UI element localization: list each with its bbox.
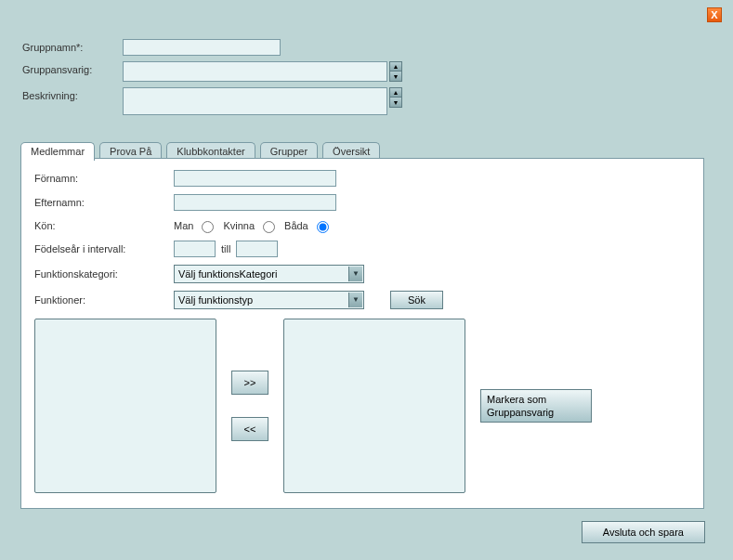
funktioner-label: Funktioner:	[34, 294, 174, 306]
move-left-button[interactable]: <<	[231, 417, 268, 441]
header-form: Gruppnamn*: Gruppansvarig: ▲ ▼ Beskrivni…	[22, 39, 402, 121]
kon-kvinna-label: Kvinna	[223, 220, 255, 231]
tabstrip: Medlemmar Prova På Klubbkontakter Gruppe…	[20, 141, 380, 160]
kon-bada-radio[interactable]	[317, 221, 329, 233]
markera-gruppansvarig-button[interactable]: Markera som Gruppansvarig	[480, 389, 592, 423]
fodelsear-label: Födelseår i intervall:	[34, 243, 174, 254]
beskrivning-down-icon[interactable]: ▼	[389, 98, 402, 108]
sok-button[interactable]: Sök	[390, 291, 443, 309]
beskrivning-label: Beskrivning:	[22, 87, 123, 101]
funktionskategori-label: Funktionskategori:	[34, 268, 174, 280]
fornamn-label: Förnamn:	[34, 173, 174, 184]
fornamn-input[interactable]	[174, 170, 336, 187]
gruppansvarig-up-icon[interactable]: ▲	[389, 61, 402, 72]
close-button[interactable]: X	[707, 7, 722, 22]
beskrivning-up-icon[interactable]: ▲	[389, 87, 402, 98]
kon-label: Kön:	[34, 220, 174, 231]
footer: Avsluta och spara	[582, 521, 705, 543]
fodelsear-till-label: till	[221, 243, 230, 254]
fodelsear-to-input[interactable]	[236, 241, 278, 257]
gruppnamn-label: Gruppnamn*:	[22, 39, 123, 53]
gruppnamn-input[interactable]	[123, 39, 281, 56]
gruppansvarig-down-icon[interactable]: ▼	[389, 72, 402, 82]
efternamn-input[interactable]	[174, 194, 336, 211]
kon-kvinna-radio[interactable]	[263, 221, 275, 233]
tab-medlemmar[interactable]: Medlemmar	[20, 142, 95, 161]
markera-line2: Gruppansvarig	[487, 407, 554, 418]
avsluta-och-spara-button[interactable]: Avsluta och spara	[582, 521, 705, 543]
gruppansvarig-input[interactable]	[123, 61, 387, 82]
beskrivning-input[interactable]	[123, 87, 387, 115]
selected-listbox[interactable]	[283, 319, 465, 493]
efternamn-label: Efternamn:	[34, 197, 174, 208]
available-listbox[interactable]	[34, 319, 216, 493]
kon-man-label: Man	[174, 220, 193, 231]
markera-line1: Markera som	[487, 394, 546, 405]
kon-bada-label: Båda	[284, 220, 308, 231]
tab-panel-medlemmar: Förnamn: Efternamn: Kön: Man Kvinna Båda…	[20, 158, 704, 509]
gruppansvarig-label: Gruppansvarig:	[22, 61, 123, 75]
fodelsear-from-input[interactable]	[174, 241, 216, 257]
move-right-button[interactable]: >>	[231, 371, 268, 395]
funktionskategori-select[interactable]: Välj funktionsKategori	[174, 265, 364, 283]
funktioner-select[interactable]: Välj funktionstyp	[174, 291, 364, 309]
kon-man-radio[interactable]	[202, 221, 214, 233]
